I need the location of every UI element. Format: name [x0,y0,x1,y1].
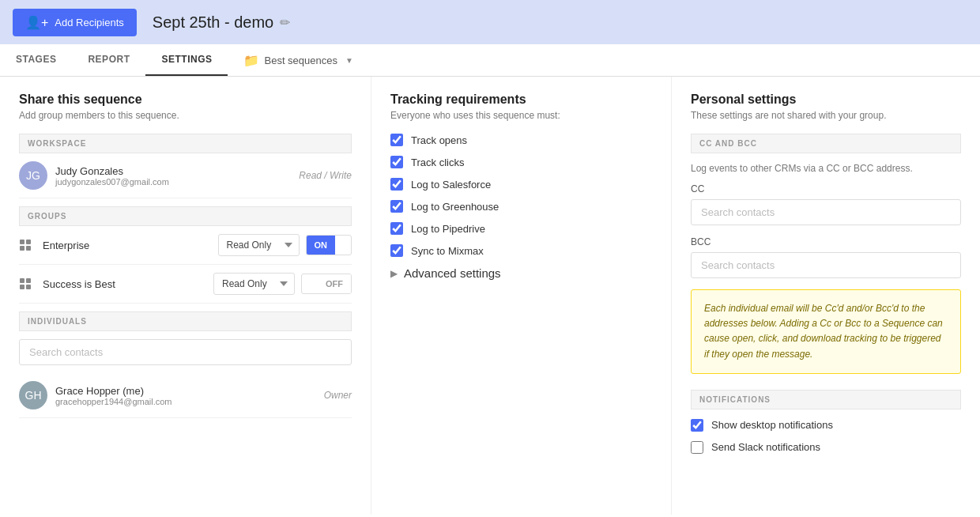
tab-folder[interactable]: 📁 Best sequences ▼ [231,47,365,74]
personal-settings-section: Personal settings These settings are not… [672,77,980,515]
workspace-member-row: JG Judy Gonzales judygonzales007@gmail.c… [19,153,352,198]
sync-mixmax-label: Sync to Mixmax [411,245,484,257]
cc-label: CC [691,183,961,194]
desktop-notif-row: Show desktop notifications [691,419,961,432]
track-opens-label: Track opens [411,134,467,146]
track-clicks-row: Track clicks [390,156,652,168]
cc-bcc-header: CC AND BCC [691,134,961,153]
notifications-header: NOTIFICATIONS [691,390,961,409]
track-opens-row: Track opens [390,134,652,146]
bcc-search-input[interactable] [691,252,961,278]
log-greenhouse-checkbox[interactable] [390,200,403,213]
log-salesforce-checkbox[interactable] [390,178,403,191]
success-permission-select[interactable]: Read Only Read / Write [213,273,295,295]
cc-search-input[interactable] [691,199,961,225]
enterprise-permission-select[interactable]: Read Only Read / Write [218,234,300,256]
workspace-header: WORKSPACE [19,134,352,153]
log-greenhouse-row: Log to Greenhouse [390,200,652,213]
main-content: Share this sequence Add group members to… [0,77,980,515]
track-clicks-checkbox[interactable] [390,156,403,168]
personal-title: Personal settings [691,92,961,107]
member-name: Judy Gonzales [55,165,299,177]
member-email: judygonzales007@gmail.com [55,177,299,187]
individuals-header: INDIVIDUALS [19,311,352,331]
group-success-row: Success is Best Read Only Read / Write O… [19,265,352,304]
grid-icon [19,237,35,253]
svg-rect-5 [26,278,31,283]
slack-notif-label: Send Slack notifications [711,441,820,453]
tracking-title: Tracking requirements [390,92,652,107]
individual-member-row: GH Grace Hopper (me) gracehopper1944@gma… [19,373,352,418]
group-enterprise-name: Enterprise [43,240,218,251]
desktop-notif-checkbox[interactable] [691,419,703,432]
desktop-notif-label: Show desktop notifications [711,419,833,431]
share-desc: Add group members to this sequence. [19,110,352,121]
advanced-settings-toggle[interactable]: ▶ Advanced settings [390,266,652,280]
toggle-on-btn[interactable]: ON [307,236,336,255]
add-recipients-button[interactable]: 👤+ Add Recipients [13,9,137,36]
grace-hopper-info: Grace Hopper (me) gracehopper1944@gmail.… [55,385,324,406]
cc-bcc-desc: Log events to other CRMs via a CC or BCC… [691,163,961,174]
member-role: Read / Write [299,170,352,181]
avatar: JG [19,161,47,190]
log-salesforce-label: Log to Salesforce [411,179,491,191]
sync-mixmax-checkbox[interactable] [390,244,403,257]
toggle-on-btn-2[interactable] [302,279,318,289]
slack-notif-row: Send Slack notifications [691,441,961,454]
svg-rect-0 [20,240,24,244]
log-salesforce-row: Log to Salesforce [390,178,652,191]
svg-rect-1 [26,240,31,244]
tracking-section: Tracking requirements Everyone who uses … [371,77,672,515]
slack-notif-checkbox[interactable] [691,441,703,454]
grid-icon-2 [19,276,35,292]
personal-desc: These settings are not shared with your … [691,110,961,121]
toggle-off-btn-2[interactable]: OFF [318,274,351,293]
track-clicks-label: Track clicks [411,157,464,168]
tab-stages[interactable]: STAGES [0,44,72,76]
person-add-icon: 👤+ [25,15,48,30]
share-section: Share this sequence Add group members to… [0,77,371,515]
groups-header: GROUPS [19,206,352,226]
tracking-desc: Everyone who uses this sequence must: [390,110,652,121]
log-pipedrive-row: Log to Pipedrive [390,222,652,235]
grace-hopper-avatar: GH [19,381,47,409]
app-header: 👤+ Add Recipients Sept 25th - demo ✏ [0,0,980,44]
edit-icon[interactable]: ✏ [280,15,290,30]
grace-hopper-role: Owner [324,390,352,401]
chevron-down-icon: ▼ [345,56,353,65]
log-pipedrive-label: Log to Pipedrive [411,223,485,235]
sequence-title: Sept 25th - demo ✏ [153,13,290,32]
sync-mixmax-row: Sync to Mixmax [390,244,652,257]
svg-rect-4 [20,278,24,283]
group-enterprise-row: Enterprise Read Only Read / Write ON [19,226,352,265]
svg-rect-7 [26,285,31,289]
tab-report[interactable]: REPORT [72,44,145,76]
log-pipedrive-checkbox[interactable] [390,222,403,235]
track-opens-checkbox[interactable] [390,134,403,146]
tab-bar: STAGES REPORT SETTINGS 📁 Best sequences … [0,44,980,77]
cc-bcc-warning: Each individual email will be Cc'd and/o… [691,289,961,374]
success-toggle[interactable]: OFF [301,274,352,294]
toggle-off-btn[interactable] [335,240,351,250]
grace-hopper-name: Grace Hopper (me) [55,385,324,397]
advanced-settings-label: Advanced settings [404,266,501,280]
tab-settings[interactable]: SETTINGS [145,44,228,76]
group-success-name: Success is Best [43,278,213,290]
enterprise-toggle[interactable]: ON [306,235,352,255]
grace-hopper-email: gracehopper1944@gmail.com [55,397,324,406]
log-greenhouse-label: Log to Greenhouse [411,201,499,213]
svg-rect-3 [26,246,31,251]
svg-rect-6 [20,285,24,289]
folder-icon: 📁 [243,53,259,68]
arrow-right-icon: ▶ [390,268,398,279]
member-info: Judy Gonzales judygonzales007@gmail.com [55,165,299,187]
notifications-section: NOTIFICATIONS Show desktop notifications… [691,390,961,454]
share-title: Share this sequence [19,92,352,107]
bcc-label: BCC [691,236,961,247]
svg-rect-2 [20,246,24,251]
individuals-search-input[interactable] [19,339,352,365]
